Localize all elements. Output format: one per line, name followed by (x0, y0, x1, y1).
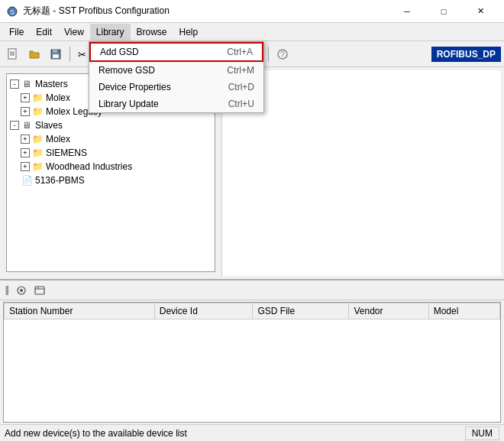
expand-masters[interactable]: - (10, 79, 19, 89)
col-gsd-file: GSD File (253, 303, 349, 319)
tree-item-siemens[interactable]: + 📁 SIEMENS (21, 146, 212, 160)
library-dropdown: Add GSD Ctrl+A Remove GSD Ctrl+M Device … (89, 41, 264, 113)
svg-point-39 (20, 289, 23, 292)
new-button[interactable] (3, 44, 23, 64)
add-gsd-shortcut: Ctrl+A (227, 47, 253, 57)
save-button[interactable] (46, 44, 66, 64)
app-icon: S (6, 5, 18, 18)
tree-item-woodhead[interactable]: + 📁 Woodhead Industries (21, 160, 212, 173)
close-button[interactable]: ✕ (463, 0, 498, 23)
add-gsd-label: Add GSD (100, 47, 139, 57)
molex-master-label: Molex (46, 92, 70, 103)
menu-file[interactable]: File (3, 24, 30, 41)
col-station-number: Station Number (5, 303, 155, 319)
slaves-icon: 🖥 (21, 119, 33, 131)
svg-text:?: ? (280, 50, 285, 59)
menu-browse[interactable]: Browse (131, 24, 173, 41)
menu-bar: File Edit View Library Browse Help (0, 23, 504, 41)
dropdown-add-gsd[interactable]: Add GSD Ctrl+A (89, 42, 263, 62)
molex-master-icon: 📁 (31, 92, 44, 104)
svg-rect-8 (53, 54, 59, 58)
remove-gsd-label: Remove GSD (99, 65, 155, 76)
svg-rect-7 (53, 50, 57, 53)
expand-siemens[interactable]: + (21, 148, 30, 157)
slaves-label: Slaves (35, 120, 63, 131)
expand-woodhead[interactable]: + (21, 162, 30, 171)
device-props-label: Device Properties (99, 82, 171, 92)
profibus-label: ROFIBUS_DP (431, 47, 501, 62)
5136-icon: 📄 (21, 174, 33, 186)
panel-edge: ▐ (3, 286, 8, 294)
molex-slave-icon: 📁 (31, 133, 44, 145)
open-button[interactable] (24, 44, 44, 64)
woodhead-icon: 📁 (31, 161, 44, 173)
dropdown-remove-gsd[interactable]: Remove GSD Ctrl+M (89, 62, 263, 79)
svg-rect-40 (35, 287, 44, 294)
device-props-shortcut: Ctrl+D (228, 82, 254, 92)
separator-5 (268, 47, 269, 62)
tree-item-5136[interactable]: 📄 5136-PBMS (10, 173, 212, 187)
expand-molex-master[interactable]: + (21, 93, 30, 102)
library-update-shortcut: Ctrl+U (228, 99, 254, 109)
svg-text:✂: ✂ (78, 49, 86, 60)
dropdown-library-update[interactable]: Library Update Ctrl+U (89, 96, 263, 112)
5136-label: 5136-PBMS (35, 175, 85, 186)
device-table-container: Station Number Device Id GSD File Vendor… (3, 302, 501, 423)
siemens-icon: 📁 (31, 147, 44, 159)
window-controls: ─ □ ✕ (389, 0, 498, 23)
bottom-btn-2[interactable] (31, 282, 48, 299)
menu-library[interactable]: Library (90, 24, 131, 41)
col-device-id: Device Id (154, 303, 253, 319)
bottom-btn-1[interactable] (13, 282, 30, 299)
minimize-button[interactable]: ─ (389, 0, 425, 23)
expand-slaves[interactable]: - (10, 121, 19, 130)
separator-1 (69, 47, 70, 62)
window-title: 无标题 - SST Profibus Configuration (23, 5, 389, 18)
maximize-button[interactable]: □ (426, 0, 461, 23)
library-update-label: Library Update (99, 99, 159, 109)
col-model: Model (428, 303, 499, 319)
title-bar: S 无标题 - SST Profibus Configuration ─ □ ✕ (0, 0, 504, 23)
num-indicator: NUM (465, 426, 499, 440)
siemens-label: SIEMENS (46, 148, 87, 158)
svg-text:S: S (10, 8, 15, 16)
bottom-toolbar: ▐ (0, 280, 504, 300)
device-table: Station Number Device Id GSD File Vendor… (4, 303, 500, 319)
status-text: Add new device(s) to the available devic… (5, 428, 465, 439)
expand-molex-slave[interactable]: + (21, 135, 30, 144)
masters-icon: 🖥 (21, 78, 33, 90)
molex-legacy-icon: 📁 (31, 105, 44, 118)
molex-slave-label: Molex (46, 134, 70, 144)
tree-item-molex-slave[interactable]: + 📁 Molex (21, 132, 212, 146)
masters-label: Masters (35, 79, 68, 89)
help-button[interactable]: ? (273, 44, 292, 64)
menu-help[interactable]: Help (173, 24, 205, 41)
col-vendor: Vendor (349, 303, 428, 319)
bottom-panel: ▐ Station Number Device Id GSD File Vend… (0, 279, 504, 424)
expand-molex-legacy[interactable]: + (21, 107, 30, 116)
woodhead-label: Woodhead Industries (46, 161, 132, 172)
remove-gsd-shortcut: Ctrl+M (227, 65, 254, 76)
table-header-row: Station Number Device Id GSD File Vendor… (5, 303, 500, 319)
menu-edit[interactable]: Edit (30, 24, 58, 41)
tree-item-slaves[interactable]: - 🖥 Slaves (10, 118, 212, 132)
menu-view[interactable]: View (58, 24, 90, 41)
status-bar: Add new device(s) to the available devic… (0, 424, 504, 441)
dropdown-device-props[interactable]: Device Properties Ctrl+D (89, 79, 263, 96)
